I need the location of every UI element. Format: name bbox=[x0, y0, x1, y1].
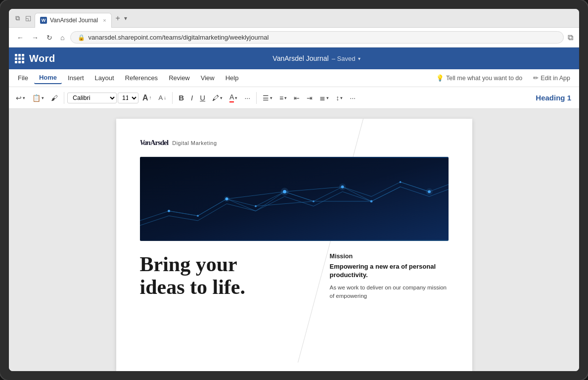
svg-point-25 bbox=[224, 196, 229, 202]
numbering-button[interactable]: ≡ ▾ bbox=[276, 92, 290, 104]
tab-dropdown-button[interactable]: ▾ bbox=[124, 15, 127, 22]
edit-in-app-text: Edit in App bbox=[541, 75, 570, 82]
nav-home-button[interactable]: ⌂ bbox=[58, 32, 66, 44]
clipboard-dropdown-icon: ▾ bbox=[42, 95, 44, 100]
svg-point-23 bbox=[280, 188, 288, 196]
toolbar-divider-3 bbox=[256, 92, 257, 104]
lock-icon: 🔒 bbox=[78, 34, 85, 41]
bold-button[interactable]: B bbox=[176, 92, 187, 104]
browser-forward-btn[interactable]: ◱ bbox=[24, 14, 33, 23]
clipboard-button[interactable]: 📋 ▾ bbox=[29, 92, 47, 104]
address-bar: ← → ↻ ⌂ 🔒 vanarsdel.sharepoint.com/teams… bbox=[9, 28, 579, 48]
heading-style-label[interactable]: Heading 1 bbox=[532, 93, 575, 103]
menu-layout[interactable]: Layout bbox=[90, 72, 119, 84]
clipboard-icon: 📋 bbox=[32, 94, 41, 102]
doc-title: VanArsdel Journal bbox=[272, 54, 328, 62]
underline-button[interactable]: U bbox=[197, 92, 208, 104]
url-field[interactable]: 🔒 vanarsdel.sharepoint.com/teams/digital… bbox=[70, 31, 564, 44]
hero-image bbox=[140, 157, 449, 241]
italic-button[interactable]: I bbox=[188, 92, 196, 104]
saved-badge: – Saved bbox=[332, 55, 356, 62]
svg-point-26 bbox=[426, 189, 433, 195]
word-app-bar: Word VanArsdel Journal – Saved ▾ bbox=[9, 48, 579, 69]
tab-close-btn[interactable]: × bbox=[103, 17, 106, 23]
nav-refresh-button[interactable]: ↻ bbox=[45, 32, 54, 44]
doc-title-chevron-icon[interactable]: ▾ bbox=[358, 56, 361, 61]
doc-header: VanArsdel Digital Marketing bbox=[140, 139, 449, 147]
doc-area: VanArsdel Digital Marketing bbox=[9, 109, 579, 371]
numbering-icon: ≡ bbox=[279, 94, 283, 102]
doc-title-area: VanArsdel Journal – Saved ▾ bbox=[60, 54, 573, 62]
logo-van: Van bbox=[140, 139, 150, 146]
new-tab-button[interactable]: + bbox=[114, 14, 122, 23]
heading-line-2: ideas to life. bbox=[140, 276, 245, 298]
browser-window: ⧉ ◱ W VanArsdel Journal × + ▾ ← → ↻ ⌂ 🔒 … bbox=[9, 9, 579, 371]
more-format-button[interactable]: ··· bbox=[241, 92, 253, 104]
undo-icon: ↩ bbox=[16, 94, 22, 102]
increase-indent-button[interactable]: ⇥ bbox=[304, 92, 316, 104]
toolbar-divider-1 bbox=[64, 92, 64, 104]
svg-point-13 bbox=[168, 210, 170, 212]
tab-title: VanArsdel Journal bbox=[50, 17, 98, 24]
decrease-font-button[interactable]: A↓ bbox=[156, 92, 170, 103]
font-size-select[interactable]: 11 bbox=[118, 93, 138, 103]
toolbar: ↩ ▾ 📋 ▾ 🖌 Calibri 11 A↑ A↓ bbox=[9, 87, 579, 109]
bullets-icon: ☰ bbox=[263, 94, 269, 102]
italic-icon: I bbox=[191, 94, 193, 102]
menu-home[interactable]: Home bbox=[34, 72, 62, 84]
highlight-button[interactable]: 🖍 ▾ bbox=[209, 92, 226, 104]
svg-point-21 bbox=[399, 181, 401, 183]
active-tab[interactable]: W VanArsdel Journal × bbox=[35, 13, 112, 28]
svg-point-18 bbox=[313, 200, 315, 202]
bullets-button[interactable]: ☰ ▾ bbox=[260, 92, 275, 104]
toolbar-divider-2 bbox=[172, 92, 173, 104]
alignment-icon: ≣ bbox=[319, 94, 325, 102]
svg-point-14 bbox=[197, 215, 199, 217]
svg-rect-0 bbox=[140, 158, 449, 240]
word-tab-icon: W bbox=[40, 17, 47, 24]
url-text: vanarsdel.sharepoint.com/teams/digitalma… bbox=[88, 34, 269, 41]
increase-indent-icon: ⇥ bbox=[307, 94, 313, 102]
font-color-button[interactable]: A ▾ bbox=[226, 91, 240, 104]
mission-heading: Empowering a new era of personal product… bbox=[330, 263, 449, 280]
line-spacing-button[interactable]: ↕ ▾ bbox=[333, 92, 346, 104]
logo-arsdel: Arsdel bbox=[150, 139, 169, 146]
undo-dropdown-icon: ▾ bbox=[23, 95, 25, 100]
doc-page: VanArsdel Digital Marketing bbox=[116, 119, 472, 371]
more-para-button[interactable]: ··· bbox=[347, 92, 359, 104]
nav-forward-button[interactable]: → bbox=[30, 32, 41, 44]
doc-content-columns: Bring your ideas to life. Mission Empowe… bbox=[140, 253, 449, 302]
device-frame: ⧉ ◱ W VanArsdel Journal × + ▾ ← → ↻ ⌂ 🔒 … bbox=[0, 0, 588, 380]
menu-review[interactable]: Review bbox=[164, 72, 195, 84]
menu-help[interactable]: Help bbox=[221, 72, 244, 84]
hero-svg bbox=[140, 157, 449, 241]
edit-icon: ✏ bbox=[533, 74, 539, 82]
menu-file[interactable]: File bbox=[13, 72, 33, 84]
font-color-dropdown-icon: ▾ bbox=[235, 95, 237, 100]
alignment-button[interactable]: ≣ ▾ bbox=[317, 92, 332, 104]
svg-point-16 bbox=[255, 205, 257, 207]
menu-references[interactable]: References bbox=[120, 72, 163, 84]
tell-me-field[interactable]: 💡 Tell me what you want to do bbox=[431, 73, 527, 83]
decrease-font-icon: A bbox=[159, 94, 163, 101]
doc-main-heading: Bring your ideas to life. bbox=[140, 253, 314, 298]
menu-view[interactable]: View bbox=[196, 72, 220, 84]
format-painter-button[interactable]: 🖌 bbox=[48, 92, 61, 104]
tab-bar: ⧉ ◱ W VanArsdel Journal × + ▾ bbox=[9, 9, 579, 28]
browser-back-btn[interactable]: ⧉ bbox=[13, 14, 22, 23]
highlight-dropdown-icon: ▾ bbox=[220, 95, 223, 100]
menu-insert[interactable]: Insert bbox=[63, 72, 89, 84]
decrease-indent-button[interactable]: ⇤ bbox=[291, 92, 303, 104]
split-view-button[interactable]: ⧉ bbox=[568, 33, 573, 42]
mission-label: Mission bbox=[330, 253, 449, 260]
underline-icon: U bbox=[200, 94, 205, 102]
font-name-select[interactable]: Calibri bbox=[67, 93, 117, 103]
bold-icon: B bbox=[179, 94, 184, 102]
nav-back-button[interactable]: ← bbox=[15, 32, 26, 44]
increase-font-button[interactable]: A↑ bbox=[139, 92, 155, 104]
edit-in-app-button[interactable]: ✏ Edit in App bbox=[528, 73, 575, 83]
undo-button[interactable]: ↩ ▾ bbox=[13, 92, 28, 104]
apps-grid-button[interactable] bbox=[15, 54, 24, 63]
mission-body: As we work to deliver on our company mis… bbox=[330, 284, 449, 301]
line-spacing-icon: ↕ bbox=[336, 94, 339, 102]
